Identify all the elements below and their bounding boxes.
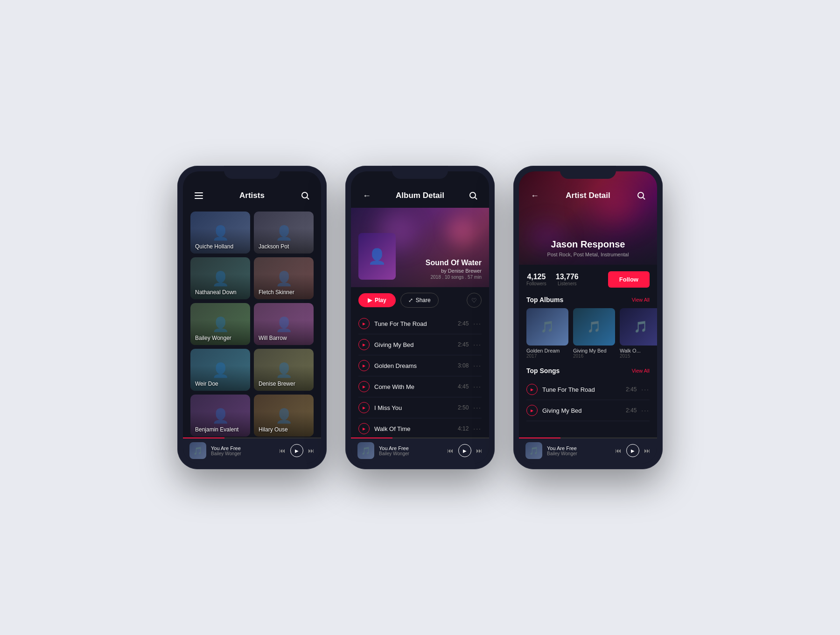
listeners-count: 13,776: [556, 273, 579, 281]
player-bar-1[interactable]: 🎵 You Are Free Bailey Wonger ⏮ ▶ ⏭: [183, 437, 321, 464]
svg-rect-1: [195, 195, 203, 196]
track-more-icon[interactable]: ···: [473, 341, 482, 348]
track-item[interactable]: ▶ I Miss You 2:50 ···: [358, 397, 482, 418]
artist-card[interactable]: 👤 Denise Brewer: [254, 349, 314, 391]
player-thumb-1: 🎵: [189, 442, 206, 459]
player-thumb-2: 🎵: [357, 442, 374, 459]
track-play-icon: ▶: [358, 402, 370, 413]
artists-title: Artists: [239, 191, 265, 200]
album-screen-title: Album Detail: [396, 191, 444, 200]
top-song-item[interactable]: ▶ Giving My Bed 2:45 ···: [526, 400, 650, 421]
artist-card[interactable]: 👤 Nathaneal Down: [190, 257, 250, 299]
track-more-icon[interactable]: ···: [473, 320, 482, 327]
menu-icon[interactable]: [192, 189, 205, 202]
artist-card[interactable]: 👤 Jackson Pot: [254, 212, 314, 254]
track-more-icon[interactable]: ···: [473, 362, 482, 369]
track-item[interactable]: ▶ Giving My Bed 2:45 ···: [358, 334, 482, 355]
phone-artist-detail: ← Artist Detail Jason Response: [513, 166, 663, 469]
phone-artists: Artists 👤 Quiche Holland 👤 Jackson Pot 👤…: [177, 166, 327, 469]
svg-rect-0: [195, 192, 203, 193]
search-icon-3[interactable]: [635, 189, 648, 202]
prev-btn-2[interactable]: ⏮: [447, 447, 454, 454]
top-song-item[interactable]: ▶ Tune For The Road 2:45 ···: [526, 379, 650, 400]
next-btn-3[interactable]: ⏭: [644, 447, 651, 454]
album-thumb-title: Giving My Bed: [573, 348, 615, 353]
album-thumb-img: 🎵: [526, 308, 568, 346]
follow-button[interactable]: Follow: [608, 271, 650, 288]
next-btn-2[interactable]: ⏭: [476, 447, 483, 454]
player-bar-3[interactable]: 🎵 You Are Free Bailey Wonger ⏮ ▶ ⏭: [519, 437, 657, 464]
top-songs-title: Top Songs: [526, 367, 560, 374]
album-cover-art: 👤: [368, 247, 386, 265]
artist-card[interactable]: 👤 Hilary Ouse: [254, 395, 314, 437]
track-name: Come With Me: [374, 383, 458, 390]
album-cover: 👤: [358, 233, 396, 280]
album-thumbnail[interactable]: 🎵 Giving My Bed 2016: [573, 308, 615, 359]
phones-container: Artists 👤 Quiche Holland 👤 Jackson Pot 👤…: [177, 166, 663, 469]
top-albums-header: Top Albums View All: [519, 294, 657, 308]
album-thumb-title: Walk O...: [620, 348, 657, 353]
artist-card[interactable]: 👤 Benjamin Evalent: [190, 395, 250, 437]
artist-card[interactable]: 👤 Bailey Wonger: [190, 303, 250, 345]
back-icon-3[interactable]: ←: [528, 189, 541, 202]
player-controls-2: ⏮ ▶ ⏭: [447, 444, 483, 457]
song-duration: 2:45: [626, 407, 637, 414]
artist-card-label: Quiche Holland: [195, 243, 233, 250]
track-more-icon[interactable]: ···: [473, 425, 482, 432]
track-item[interactable]: ▶ Come With Me 4:45 ···: [358, 376, 482, 397]
play-btn-3[interactable]: ▶: [626, 444, 639, 457]
artist-card[interactable]: 👤 Weir Doe: [190, 349, 250, 391]
album-thumbnail[interactable]: 🎵 Walk O... 2015: [620, 308, 657, 359]
top-songs-view-all[interactable]: View All: [632, 368, 650, 374]
top-albums-view-all[interactable]: View All: [632, 297, 650, 303]
album-hero: 👤 Sound Of Water by Denise Brewer 2018 .…: [351, 208, 489, 287]
track-more-icon[interactable]: ···: [473, 383, 482, 390]
artists-content: 👤 Quiche Holland 👤 Jackson Pot 👤 Nathane…: [183, 208, 321, 437]
track-list: ▶ Tune For The Road 2:45 ··· ▶ Giving My…: [351, 313, 489, 437]
song-more-icon[interactable]: ···: [641, 386, 650, 393]
player-artist-1: Bailey Wonger: [211, 451, 274, 456]
play-btn-2[interactable]: ▶: [458, 444, 471, 457]
track-name: Golden Dreams: [374, 362, 458, 369]
prev-btn-3[interactable]: ⏮: [615, 447, 622, 454]
song-more-icon[interactable]: ···: [641, 407, 650, 414]
search-icon-2[interactable]: [467, 189, 480, 202]
album-thumbnail[interactable]: 🎵 Golden Dream 2017: [526, 308, 568, 359]
listeners-stat: 13,776 Listeners: [556, 273, 579, 286]
player-bar-2[interactable]: 🎵 You Are Free Bailey Wonger ⏮ ▶ ⏭: [351, 437, 489, 464]
album-thumb-title: Golden Dream: [526, 348, 568, 353]
back-icon-2[interactable]: ←: [360, 189, 373, 202]
play-button[interactable]: ▶ Play: [358, 293, 396, 307]
share-button[interactable]: ⤢ Share: [400, 293, 439, 308]
listeners-label: Listeners: [556, 281, 579, 286]
play-btn-1[interactable]: ▶: [290, 444, 303, 457]
track-more-icon[interactable]: ···: [473, 404, 482, 411]
player-controls-3: ⏮ ▶ ⏭: [615, 444, 651, 457]
artist-card[interactable]: 👤 Fletch Skinner: [254, 257, 314, 299]
artists-grid: 👤 Quiche Holland 👤 Jackson Pot 👤 Nathane…: [183, 208, 321, 437]
track-duration: 2:50: [458, 404, 469, 411]
artist-hero-content: Jason Response Post Rock, Post Metal, In…: [519, 239, 657, 257]
artist-detail-scroll: Jason Response Post Rock, Post Metal, In…: [519, 171, 657, 437]
track-item[interactable]: ▶ Walk Of Time 4:12 ···: [358, 418, 482, 437]
song-play-icon: ▶: [526, 405, 538, 416]
track-play-icon: ▶: [358, 381, 370, 392]
player-controls-1: ⏮ ▶ ⏭: [279, 444, 315, 457]
player-info-2: You Are Free Bailey Wonger: [374, 445, 447, 456]
heart-button[interactable]: ♡: [467, 293, 482, 308]
prev-btn-1[interactable]: ⏮: [279, 447, 286, 454]
svg-rect-2: [195, 198, 203, 199]
artist-card[interactable]: 👤 Quiche Holland: [190, 212, 250, 254]
artist-card[interactable]: 👤 Will Barrow: [254, 303, 314, 345]
next-btn-1[interactable]: ⏭: [308, 447, 315, 454]
album-thumb-year: 2016: [573, 353, 615, 359]
top-songs-list: ▶ Tune For The Road 2:45 ··· ▶ Giving My…: [519, 379, 657, 437]
albums-row: 🎵 Golden Dream 2017 🎵 Giving My Bed 2016…: [519, 308, 657, 365]
search-icon[interactable]: [299, 189, 312, 202]
track-name: Giving My Bed: [374, 341, 458, 348]
svg-point-3: [302, 192, 308, 198]
player-info-1: You Are Free Bailey Wonger: [206, 445, 279, 456]
track-item[interactable]: ▶ Tune For The Road 2:45 ···: [358, 313, 482, 334]
track-item[interactable]: ▶ Golden Dreams 3:08 ···: [358, 355, 482, 376]
track-play-icon: ▶: [358, 423, 370, 434]
